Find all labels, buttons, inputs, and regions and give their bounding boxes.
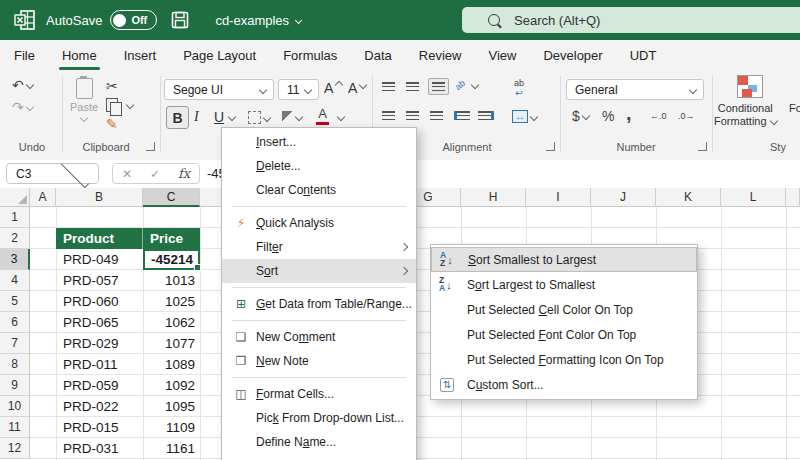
row-header[interactable]: 11 <box>0 417 30 438</box>
context-menu-item[interactable]: Define Name... <box>222 430 416 454</box>
save-icon[interactable] <box>171 11 189 29</box>
row-header[interactable]: 8 <box>0 354 30 375</box>
cell-product[interactable]: PRD-065 <box>56 312 143 333</box>
wrap-text-button[interactable]: ab↩ <box>514 78 524 98</box>
cell-product[interactable]: PRD-049 <box>56 249 143 270</box>
sort-submenu-item[interactable]: AZ ↓ Sort Smallest to Largest <box>431 247 697 272</box>
sort-submenu-item[interactable]: ⇅ Custom Sort... <box>431 372 697 397</box>
column-header[interactable] <box>786 188 800 207</box>
column-header[interactable]: I <box>526 188 591 207</box>
sort-submenu-item[interactable]: ZA ↓ Sort Largest to Smallest <box>431 272 697 297</box>
row-header[interactable]: 6 <box>0 312 30 333</box>
ribbon-tab[interactable]: UDT <box>617 40 670 70</box>
ribbon-tab[interactable]: View <box>475 40 529 70</box>
ribbon-tab[interactable]: File <box>1 40 48 70</box>
context-menu-item[interactable]: ❐ New Note <box>222 349 416 373</box>
format-as-table-button[interactable]: Fo <box>789 102 800 114</box>
document-title[interactable]: cd-examples <box>215 13 301 28</box>
row-header[interactable]: 3 <box>0 249 30 270</box>
align-center-button[interactable] <box>406 111 419 120</box>
context-menu-item[interactable]: Insert... <box>222 130 416 154</box>
search-input[interactable]: Search (Alt+Q) <box>462 7 800 33</box>
paste-button[interactable]: Paste <box>70 78 98 121</box>
cell-price[interactable]: 1013 <box>143 270 200 291</box>
sort-submenu-item[interactable]: Put Selected Font Color On Top <box>431 322 697 347</box>
cell-product[interactable]: PRD-057 <box>56 270 143 291</box>
middle-align-button[interactable] <box>406 82 419 91</box>
select-all-button[interactable] <box>0 188 30 207</box>
column-header[interactable]: B <box>56 188 143 207</box>
comma-style-button[interactable]: , <box>626 102 632 125</box>
row-header[interactable]: 1 <box>0 207 30 228</box>
context-menu-item[interactable]: ◫ Format Cells... <box>222 382 416 406</box>
sort-submenu-item[interactable]: Put Selected Formatting Icon On Top <box>431 347 697 372</box>
borders-button[interactable] <box>248 111 270 124</box>
context-menu-item[interactable]: ⚡ Quick Analysis <box>222 211 416 235</box>
cell-product[interactable]: PRD-022 <box>56 396 143 417</box>
context-menu-item[interactable]: Sort <box>222 259 416 283</box>
insert-function-icon[interactable]: fx <box>178 166 190 181</box>
cell-price[interactable]: 1109 <box>143 417 200 438</box>
font-color-dropdown[interactable] <box>338 114 344 120</box>
cell-price[interactable]: 1161 <box>143 438 200 459</box>
bold-button[interactable]: B <box>166 106 189 129</box>
cell-product[interactable]: PRD-060 <box>56 291 143 312</box>
column-header[interactable]: A <box>30 188 56 207</box>
cell-product[interactable]: PRD-011 <box>56 354 143 375</box>
cell-product[interactable]: PRD-059 <box>56 375 143 396</box>
context-menu-item[interactable]: ∞ Link <box>222 454 416 460</box>
underline-button[interactable]: U <box>214 109 235 125</box>
align-right-button[interactable] <box>430 111 443 120</box>
italic-button[interactable]: I <box>194 109 199 125</box>
name-box[interactable]: C3 <box>6 163 99 184</box>
context-menu-item[interactable]: ❏ New Comment <box>222 325 416 349</box>
context-menu-item[interactable]: Delete... <box>222 154 416 178</box>
column-header[interactable]: J <box>591 188 656 207</box>
align-left-button[interactable] <box>382 111 395 120</box>
column-header[interactable]: H <box>461 188 526 207</box>
number-format-combo[interactable]: General <box>566 79 704 100</box>
font-color-button[interactable]: A <box>316 106 329 125</box>
cell-price[interactable]: 1092 <box>143 375 200 396</box>
cell-price[interactable]: 1089 <box>143 354 200 375</box>
ribbon-tab[interactable]: Developer <box>530 40 615 70</box>
column-header[interactable]: L <box>721 188 786 207</box>
ribbon-tab[interactable]: Insert <box>111 40 170 70</box>
clipboard-dialog-launcher-icon[interactable] <box>146 142 155 151</box>
context-menu-item[interactable]: ⊞ Get Data from Table/Range... <box>222 292 416 316</box>
cell-price[interactable]: 1025 <box>143 291 200 312</box>
cell-price[interactable]: 1062 <box>143 312 200 333</box>
ribbon-tab[interactable]: Review <box>406 40 475 70</box>
column-header[interactable]: K <box>656 188 721 207</box>
bottom-align-button[interactable] <box>428 78 449 95</box>
format-painter-button[interactable]: ✎ <box>106 117 118 131</box>
cell-price[interactable]: 1077 <box>143 333 200 354</box>
context-menu-item[interactable]: Pick From Drop-down List... <box>222 406 416 430</box>
row-header[interactable]: 7 <box>0 333 30 354</box>
sort-submenu-item[interactable]: Put Selected Cell Color On Top <box>431 297 697 322</box>
decrease-indent-button[interactable] <box>454 111 470 120</box>
row-header[interactable]: 12 <box>0 438 30 459</box>
row-header[interactable]: 2 <box>0 228 30 249</box>
cell-product[interactable]: PRD-031 <box>56 438 143 459</box>
cell-product[interactable]: PRD-015 <box>56 417 143 438</box>
fill-color-button[interactable] <box>282 111 302 122</box>
row-header[interactable]: 5 <box>0 291 30 312</box>
font-size-combo[interactable]: 11 <box>278 79 319 100</box>
cell-price[interactable]: -45214 <box>143 249 200 270</box>
redo-button[interactable]: ↷ <box>12 100 33 114</box>
row-header[interactable]: 9 <box>0 375 30 396</box>
conditional-formatting-button[interactable]: Conditional Formatting <box>714 102 777 127</box>
cut-button[interactable]: ✂ <box>106 79 118 93</box>
number-dialog-launcher-icon[interactable] <box>698 142 707 151</box>
ribbon-tab[interactable]: Data <box>351 40 404 70</box>
currency-button[interactable]: $ <box>572 108 589 124</box>
merge-center-button[interactable]: ↔ <box>512 110 537 123</box>
column-header[interactable]: C <box>143 188 200 207</box>
increase-indent-button[interactable] <box>478 111 494 120</box>
alignment-dialog-launcher-icon[interactable] <box>546 142 555 151</box>
context-menu-item[interactable]: Filter <box>222 235 416 259</box>
ribbon-tab[interactable]: Page Layout <box>170 40 269 70</box>
cell-product-header[interactable]: Product <box>56 228 143 249</box>
undo-button[interactable]: ↶ <box>12 78 33 92</box>
